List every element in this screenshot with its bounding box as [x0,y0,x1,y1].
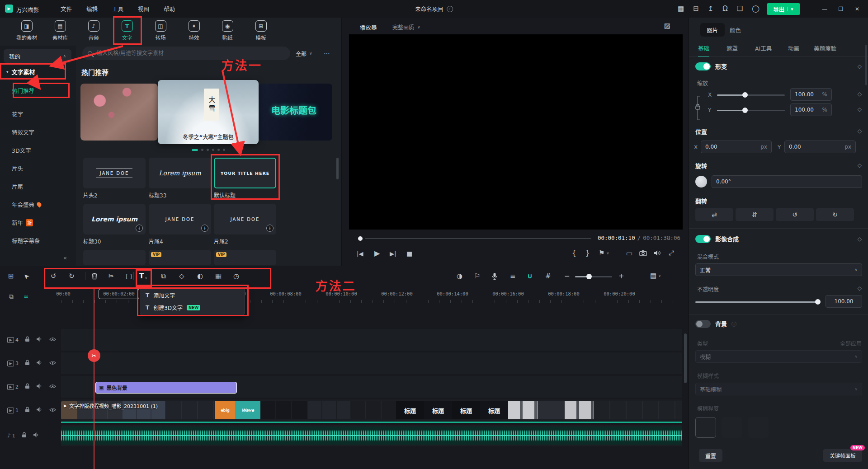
eye-icon[interactable] [49,337,56,343]
sidebar-item-3d-text[interactable]: 3D文字 [12,146,31,155]
menu-tools[interactable]: 工具 [105,5,131,13]
player-progress-bar[interactable] [365,238,591,239]
stop-icon[interactable]: ■ [406,250,412,257]
subtitle-icon[interactable]: ≡ [510,273,516,280]
duration-clock-icon[interactable]: ◷ [233,273,239,280]
marker-icon[interactable]: ⚐ [474,273,480,280]
speaker-icon[interactable] [654,250,661,258]
lock-icon[interactable] [25,336,30,343]
export-dropdown-icon[interactable]: ∨ [787,7,793,11]
sidebar-item-new-year[interactable]: 新年新 [12,218,33,227]
save-icon[interactable]: ⊟ [693,5,699,12]
snapshot-camera-icon[interactable] [639,250,647,258]
lock-icon[interactable] [25,360,30,367]
share-icon[interactable]: ↥ [708,5,714,12]
keyframe-diamond-icon[interactable]: ◇ [858,285,862,291]
template-card-opener2[interactable]: JANE DOE [83,158,146,188]
jump-start-icon[interactable]: |◀ [357,251,363,257]
fullscreen-icon[interactable]: ⤢ [669,250,674,257]
opacity-slider[interactable] [695,301,820,303]
sidebar-item-fancy-text[interactable]: 花字 [12,110,23,118]
download-icon[interactable]: ↓ [201,225,208,232]
rotate-ccw-button[interactable]: ↺ [776,208,814,221]
mark-in-icon[interactable]: { [572,250,576,257]
next-frame-icon[interactable]: ▶| [390,251,396,257]
download-icon[interactable]: ↓ [136,225,143,232]
compositing-toggle[interactable] [695,235,711,243]
black-background-clip[interactable]: ▣ 黑色背景 [95,382,237,394]
chroma-key-icon[interactable]: ▦ [215,273,222,280]
download-icon[interactable]: ↓ [266,225,274,232]
rotate-value[interactable]: 0.00° [712,175,862,188]
timeline-scrollbar[interactable] [684,333,687,383]
lock-icon[interactable] [22,432,27,439]
export-button[interactable]: 导出 ∨ [767,3,800,15]
sidebar-item-annual-gala[interactable]: 年会盛典 [12,200,41,209]
eye-icon[interactable] [49,407,56,413]
track-view-dropdown[interactable]: ▤ ∨ [650,272,661,279]
search-bar[interactable] [82,47,290,60]
flip-horizontal-button[interactable]: ⇄ [695,208,733,221]
scene-detect-icon[interactable]: ▨ [664,23,670,29]
template-card-partial[interactable]: VIP [149,250,211,265]
media-scrollbar[interactable] [336,158,339,179]
notification-bell-icon[interactable]: Ω [722,5,727,12]
lock-icon[interactable] [25,383,30,390]
sidebar-item-my[interactable]: 我的 ∧ [4,49,71,63]
subtab-ai-tools[interactable]: AI工具 [755,44,772,52]
zoom-out-icon[interactable]: − [564,273,570,280]
audio-waveform-clip[interactable] [61,427,682,445]
lock-icon[interactable] [25,407,30,414]
mark-out-icon[interactable]: } [585,250,590,257]
page-dot[interactable] [217,149,220,151]
tab-my-media[interactable]: ◨ 我的素材 [10,20,43,41]
sidebar-item-lower-thirds[interactable]: 标题字幕条 [12,236,40,245]
scale-x-slider[interactable] [717,94,785,96]
adjust-icon[interactable]: ◑ [457,273,462,280]
menu-file[interactable]: 文件 [53,5,79,13]
playhead-scissors-icon[interactable]: ✂ [88,349,100,362]
scale-link-lock-icon[interactable] [695,95,702,122]
scale-y-value[interactable]: 100.00% [790,103,832,116]
keyframe-diamond-icon[interactable]: ◇ [858,162,862,169]
eye-icon[interactable] [49,384,56,390]
text-tool-button[interactable]: T ∨ [139,272,147,280]
video-viewport[interactable] [349,34,683,230]
transform-toggle[interactable] [695,62,711,70]
scale-x-value[interactable]: 100.00% [790,88,832,101]
banner-card-left[interactable] [80,84,158,141]
pos-x-input[interactable]: 0.00px [701,141,772,153]
template-card-partial[interactable]: VIP [214,250,276,265]
keyframe-diamond-icon[interactable]: ◇ [858,106,862,113]
banner-card-center[interactable]: 大雪 冬季之“大寒”主题包 [158,80,259,144]
fit-display-icon[interactable]: ▭ [626,250,632,257]
mute-speaker-icon[interactable] [36,383,43,390]
video-track-4-lane[interactable] [61,329,682,351]
carousel-pagination[interactable] [76,149,341,151]
close-button[interactable]: ✕ [849,0,865,18]
filter-dropdown[interactable]: 全部 ∨ [296,47,312,60]
mute-speaker-icon[interactable] [36,407,43,414]
mask-icon[interactable]: ◇ [179,273,184,280]
timeline-playhead[interactable] [94,289,94,469]
tab-stock[interactable]: ▤ 素材库 [43,20,77,41]
display-icon[interactable]: ▦ [678,5,684,12]
subtab-basic[interactable]: 基础 [698,44,709,57]
video-track-3-lane[interactable] [61,352,682,374]
maximize-button[interactable]: ❐ [833,0,849,18]
menu-item-create-3d-text[interactable]: T 创建3D文字 NEW [140,301,245,314]
pos-y-input[interactable]: 0.00px [784,141,856,153]
eye-icon[interactable] [49,360,56,366]
opacity-value[interactable]: 100.00 [826,295,862,308]
template-card-default-title[interactable]: YOUR TITLE HERE [214,158,276,188]
page-dot-active[interactable] [192,149,198,151]
template-card-title30[interactable]: Lorem ipsum ↓ [83,204,146,234]
template-card-partial[interactable] [83,250,146,265]
link-clips-icon[interactable]: ∞ [24,293,29,300]
sidebar-item-opener[interactable]: 片头 [12,164,23,173]
mute-speaker-icon[interactable] [36,360,43,367]
playhead-handle[interactable] [358,236,363,241]
keyframe-panel-button[interactable]: 关键帧面板 NEW [823,449,862,462]
sidebar-item-ending[interactable]: 片尾 [12,182,23,191]
menu-edit[interactable]: 编辑 [79,5,105,13]
